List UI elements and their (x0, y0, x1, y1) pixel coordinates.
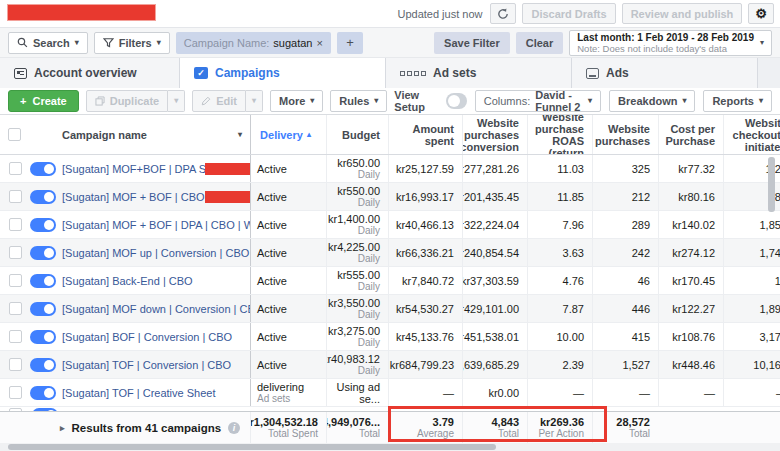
delivery-cell: Active (250, 211, 326, 238)
campaign-name-link[interactable]: [Sugatan] MOF down | Conversion | CBO (62, 303, 242, 315)
column-header-roas[interactable]: Website purchase ROAS (return (527, 115, 592, 154)
discard-drafts-button[interactable]: Discard Drafts (522, 3, 615, 24)
search-button[interactable]: Search ▾ (8, 32, 88, 54)
column-header-checkouts[interactable]: Website checkouts initiated (723, 115, 780, 154)
review-publish-button[interactable]: Review and publish (622, 3, 743, 24)
cost-per-purchase-cell: kr80.16 (658, 183, 723, 210)
campaign-name-link[interactable]: [Sugatan] MOF up | Conversion | CBO (62, 247, 242, 259)
row-checkbox[interactable] (9, 358, 22, 371)
column-header-delivery[interactable]: Delivery ▴ (250, 115, 326, 154)
caret-down-icon: ▾ (157, 39, 161, 47)
info-icon[interactable]: i (228, 422, 240, 434)
campaign-name-link[interactable]: [Sugatan] MOF + BOF | DPA | CBO | Worldw… (62, 219, 242, 231)
rules-button[interactable]: Rules ▾ (330, 90, 387, 112)
filters-button[interactable]: Filters ▾ (94, 32, 170, 54)
column-header-purchases-conversion[interactable]: Website purchases conversion (462, 115, 527, 154)
purchases-conversion-cell: kr201,435.45 (462, 183, 527, 210)
reports-button[interactable]: Reports ▾ (703, 90, 772, 112)
caret-down-icon: ▾ (759, 97, 763, 105)
campaign-toggle[interactable] (30, 162, 56, 176)
vertical-scrollbar-thumb[interactable] (768, 157, 775, 212)
close-icon[interactable]: × (317, 37, 323, 49)
campaign-toggle[interactable] (30, 274, 56, 288)
row-checkbox[interactable] (9, 330, 22, 343)
create-button[interactable]: + Create (8, 90, 79, 112)
row-checkbox[interactable] (9, 162, 22, 175)
duplicate-button-group: Duplicate ▾ (86, 90, 186, 112)
campaign-toggle[interactable] (30, 218, 56, 232)
column-header-purchases[interactable]: Website purchases (592, 115, 658, 154)
campaign-name-link[interactable]: [Sugatan] BOF | Conversion | CBO (62, 331, 242, 343)
campaign-toggle[interactable] (32, 408, 58, 411)
row-checkbox[interactable] (9, 302, 22, 315)
tab-strip: Account overview ✓ Campaigns Ad sets Ads (0, 58, 780, 88)
row-checkbox[interactable] (9, 218, 22, 231)
edit-caret-button[interactable]: ▾ (246, 90, 263, 112)
cost-per-purchase-cell: kr274.12 (658, 239, 723, 266)
campaign-name-link[interactable]: [Sugatan] Back-End | CBO (62, 275, 242, 287)
horizontal-scrollbar-thumb[interactable] (8, 444, 496, 450)
tab-ad-sets[interactable]: Ad sets (386, 58, 572, 88)
row-checkbox[interactable] (9, 408, 22, 411)
add-filter-button[interactable]: + (337, 32, 363, 54)
row-checkbox[interactable] (9, 190, 22, 203)
row-checkbox[interactable] (9, 246, 22, 259)
amount-spent-cell: kr684,799.23 (388, 351, 462, 378)
column-header-amount-spent[interactable]: Amount spent (388, 115, 462, 154)
purchases-conversion-cell: kr322,224.04 (462, 211, 527, 238)
results-count-label: Results from 41 campaigns (72, 422, 222, 434)
sort-ascending-icon: ▴ (307, 129, 311, 141)
column-header-budget[interactable]: Budget (326, 115, 388, 154)
checkouts-cell: 18 (723, 267, 780, 294)
budget-cell: kr40,983.12 Daily (326, 351, 388, 378)
view-setup-label: View Setup (394, 89, 438, 113)
table-header: Campaign name ▾ Delivery ▴ Budget Amount… (0, 115, 780, 155)
settings-button[interactable]: ⚙ (748, 3, 774, 24)
table-row: [Sugatan] Back-End | CBO Active kr555.00… (0, 267, 780, 295)
table-row: [Sugatan] MOF down | Conversion | CBO Ac… (0, 295, 780, 323)
amount-spent-cell: kr66,336.21 (388, 239, 462, 266)
filter-chip-campaign-name[interactable]: Campaign Name: sugatan × (176, 32, 331, 54)
duplicate-button[interactable]: Duplicate (86, 90, 169, 112)
campaign-toggle[interactable] (30, 190, 56, 204)
save-filter-button[interactable]: Save Filter (434, 32, 510, 54)
delivery-cell: Active (250, 323, 326, 350)
view-setup-toggle[interactable] (446, 93, 467, 109)
campaign-name-link[interactable]: [Sugatan] TOF | Creative Sheet (62, 387, 242, 399)
columns-button[interactable]: Columns: David - Funnel 2 ▾ (475, 90, 601, 112)
redaction-block-name (205, 191, 250, 203)
select-all-checkbox[interactable] (8, 128, 21, 141)
table-body: [Sugatan] MOF+BOF | DPA Studio | CBO | A… (0, 155, 780, 407)
horizontal-scrollbar[interactable] (0, 443, 780, 451)
duplicate-caret-button[interactable]: ▾ (168, 90, 185, 112)
row-checkbox[interactable] (9, 386, 22, 399)
breakdown-button[interactable]: Breakdown ▾ (609, 90, 695, 112)
tab-account-overview[interactable]: Account overview (0, 58, 180, 88)
delivery-cell: Not delivering Ad sets inactive (250, 379, 326, 406)
campaign-toggle[interactable] (30, 302, 56, 316)
date-range-picker[interactable]: Last month: 1 Feb 2019 - 28 Feb 2019 Not… (569, 30, 772, 56)
caret-down-icon: ▾ (374, 97, 378, 105)
clear-filter-button[interactable]: Clear (516, 32, 564, 54)
refresh-button[interactable] (490, 3, 516, 24)
more-button[interactable]: More ▾ (270, 90, 323, 112)
tab-ads[interactable]: Ads (572, 58, 758, 88)
roas-cell: 4.76 (527, 267, 592, 294)
roas-cell: 11.03 (527, 155, 592, 182)
expander-icon[interactable]: ▸ (60, 423, 65, 433)
campaign-toggle[interactable] (30, 358, 56, 372)
purchases-conversion-cell: kr277,281.26 (462, 155, 527, 182)
table-row: [Sugatan] MOF + BOF | CBO | DPA UGC | Ac… (0, 183, 780, 211)
campaign-toggle[interactable] (30, 386, 56, 400)
column-header-cost-per-purchase[interactable]: Cost per Purchase (658, 115, 723, 154)
campaign-toggle[interactable] (30, 330, 56, 344)
pencil-icon (201, 96, 211, 106)
campaign-toggle[interactable] (30, 246, 56, 260)
search-icon (17, 37, 28, 48)
actions-toolbar: + Create Duplicate ▾ (0, 88, 780, 115)
tab-campaigns[interactable]: ✓ Campaigns (180, 58, 386, 88)
campaign-name-link[interactable]: [Sugatan] TOF | Conversion | CBO (62, 359, 242, 371)
row-checkbox[interactable] (9, 274, 22, 287)
edit-button[interactable]: Edit (192, 90, 246, 112)
column-header-campaign-name[interactable]: Campaign name ▾ (56, 115, 250, 154)
